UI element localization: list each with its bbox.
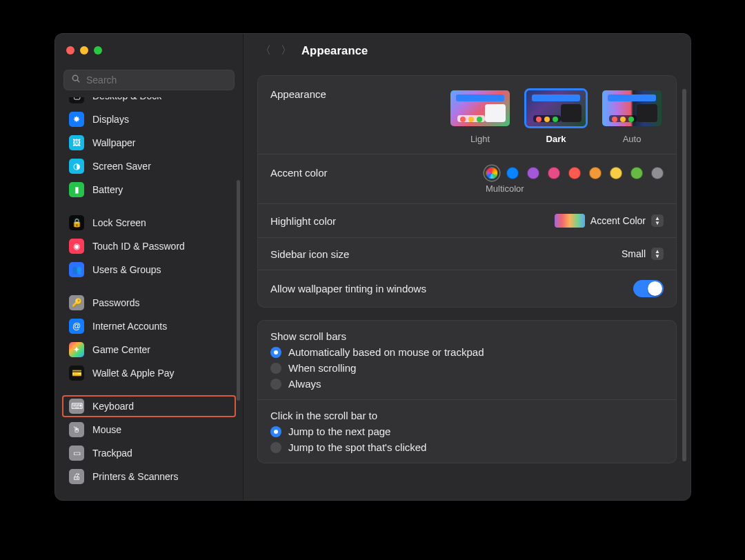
appearance-option-label: Dark: [546, 134, 566, 144]
accent-swatch-green[interactable]: [630, 167, 643, 179]
accent-caption: Multicolor: [486, 179, 524, 194]
wallet-apple-pay-icon: 💳: [69, 366, 84, 381]
radio-icon: [270, 363, 281, 374]
appearance-label: Appearance: [270, 88, 326, 100]
sidebar-size-select[interactable]: Small ▲▼: [622, 248, 664, 260]
sidebar-item-label: Battery: [92, 184, 229, 195]
minimize-icon[interactable]: [80, 46, 88, 54]
scrollbars-title: Show scroll bars: [270, 330, 664, 346]
sidebar-item-label: Touch ID & Password: [92, 241, 229, 252]
updown-icon: ▲▼: [651, 214, 664, 227]
highlight-value: Accent Color: [590, 215, 646, 226]
back-button[interactable]: 〈: [260, 43, 271, 58]
sidebar-item-internet-accounts[interactable]: @Internet Accounts: [62, 315, 236, 337]
trackpad-icon: ▭: [69, 446, 84, 461]
sidebar-separator: [62, 282, 236, 290]
accent-swatch-yellow[interactable]: [610, 167, 622, 179]
sidebar-item-wallet-apple-pay[interactable]: 💳Wallet & Apple Pay: [62, 362, 236, 384]
radio-label: Always: [288, 378, 321, 390]
sidebar-item-wallpaper[interactable]: 🖼Wallpaper: [62, 132, 236, 154]
clickscroll-option-1[interactable]: Jump to the spot that's clicked: [270, 441, 664, 453]
radio-label: Automatically based on mouse or trackpad: [288, 346, 484, 358]
sidebar-size-value: Small: [622, 248, 646, 259]
main-header: 〈 〉 Appearance: [244, 34, 691, 67]
screen-saver-icon: ◑: [69, 159, 84, 174]
sidebar-item-displays[interactable]: ✸Displays: [62, 108, 236, 130]
sidebar-item-screen-saver[interactable]: ◑Screen Saver: [62, 155, 236, 177]
appearance-option-label: Auto: [623, 134, 642, 144]
sidebar-item-trackpad[interactable]: ▭Trackpad: [62, 442, 236, 464]
radio-icon: [270, 426, 281, 437]
sidebar-item-label: Mouse: [92, 424, 229, 435]
accent-swatch-gray[interactable]: [651, 167, 664, 179]
sidebar-item-touch-id-password[interactable]: ◉Touch ID & Password: [62, 235, 236, 257]
sidebar-item-label: Desktop & Dock: [92, 97, 229, 101]
forward-button[interactable]: 〉: [281, 43, 292, 58]
sidebar-item-users-groups[interactable]: 👥Users & Groups: [62, 259, 236, 281]
search-field[interactable]: [63, 70, 235, 90]
main-pane: 〈 〉 Appearance Appearance LightDarkAuto …: [244, 34, 691, 500]
sidebar-item-label: Screen Saver: [92, 161, 229, 172]
tinting-label: Allow wallpaper tinting in windows: [270, 283, 426, 294]
main-scrollbar[interactable]: [682, 89, 686, 461]
accent-swatch-multicolor[interactable]: [486, 167, 498, 179]
appearance-thumb-icon: [448, 88, 512, 128]
radio-icon: [270, 442, 281, 453]
highlight-select[interactable]: Accent Color ▲▼: [555, 214, 664, 228]
sidebar-scrollbar[interactable]: [237, 180, 240, 401]
radio-icon: [270, 347, 281, 358]
game-center-icon: ✦: [69, 342, 84, 357]
accent-swatch-purple[interactable]: [527, 167, 539, 179]
users-groups-icon: 👥: [69, 262, 84, 277]
appearance-thumb-icon: [600, 88, 664, 128]
scroll-panel: Show scroll bars Automatically based on …: [257, 320, 677, 463]
printers-scanners-icon: 🖨: [69, 469, 84, 484]
sidebar-separator: [62, 202, 236, 210]
desktop-dock-icon: ▢: [69, 97, 84, 103]
sidebar-item-game-center[interactable]: ✦Game Center: [62, 339, 236, 361]
touch-id-password-icon: ◉: [69, 239, 84, 254]
battery-icon: ▮: [69, 182, 84, 197]
sidebar-item-desktop-dock[interactable]: ▢Desktop & Dock: [62, 97, 236, 107]
sidebar-item-label: Passwords: [92, 297, 229, 308]
sidebar-item-keyboard[interactable]: ⌨Keyboard: [62, 395, 236, 417]
accent-swatch-pink[interactable]: [548, 167, 560, 179]
accent-swatch-blue[interactable]: [506, 167, 519, 179]
radio-label: Jump to the spot that's clicked: [288, 441, 426, 453]
settings-window: ▢Desktop & Dock✸Displays🖼Wallpaper◑Scree…: [54, 33, 691, 501]
accent-swatch-red[interactable]: [568, 167, 581, 179]
search-input[interactable]: [86, 74, 227, 86]
passwords-icon: 🔑: [69, 295, 84, 310]
titlebar: [55, 34, 243, 67]
radio-icon: [270, 379, 281, 390]
sidebar-item-mouse[interactable]: 🖱Mouse: [62, 419, 236, 441]
sidebar-item-label: Wallpaper: [92, 137, 229, 148]
tinting-toggle[interactable]: [633, 280, 664, 297]
scrollbars-option-1[interactable]: When scrolling: [270, 362, 664, 374]
scrollbars-option-2[interactable]: Always: [270, 378, 664, 390]
sidebar-item-printers-scanners[interactable]: 🖨Printers & Scanners: [62, 466, 236, 488]
clickscroll-option-0[interactable]: Jump to the next page: [270, 426, 664, 437]
sidebar-item-passwords[interactable]: 🔑Passwords: [62, 292, 236, 314]
sidebar-item-label: Trackpad: [92, 448, 229, 459]
radio-label: When scrolling: [288, 362, 356, 374]
highlight-label: Highlight color: [270, 215, 336, 227]
sidebar-item-lock-screen[interactable]: 🔒Lock Screen: [62, 212, 236, 234]
lock-screen-icon: 🔒: [69, 215, 84, 230]
sidebar-item-label: Printers & Scanners: [92, 471, 229, 482]
sidebar-separator: [62, 386, 236, 394]
radio-label: Jump to the next page: [288, 426, 390, 437]
appearance-option-auto[interactable]: Auto: [600, 88, 664, 144]
mouse-icon: 🖱: [69, 422, 84, 437]
scrollbars-option-0[interactable]: Automatically based on mouse or trackpad: [270, 346, 664, 358]
close-icon[interactable]: [66, 46, 74, 54]
appearance-option-light[interactable]: Light: [448, 88, 512, 144]
sidebar-item-label: Lock Screen: [92, 217, 229, 228]
appearance-option-dark[interactable]: Dark: [524, 88, 588, 144]
sidebar-item-battery[interactable]: ▮Battery: [62, 179, 236, 201]
svg-line-1: [77, 80, 79, 82]
appearance-option-label: Light: [470, 134, 490, 144]
sidebar-item-label: Displays: [92, 114, 229, 125]
accent-swatch-orange[interactable]: [589, 167, 602, 179]
zoom-icon[interactable]: [94, 46, 102, 54]
